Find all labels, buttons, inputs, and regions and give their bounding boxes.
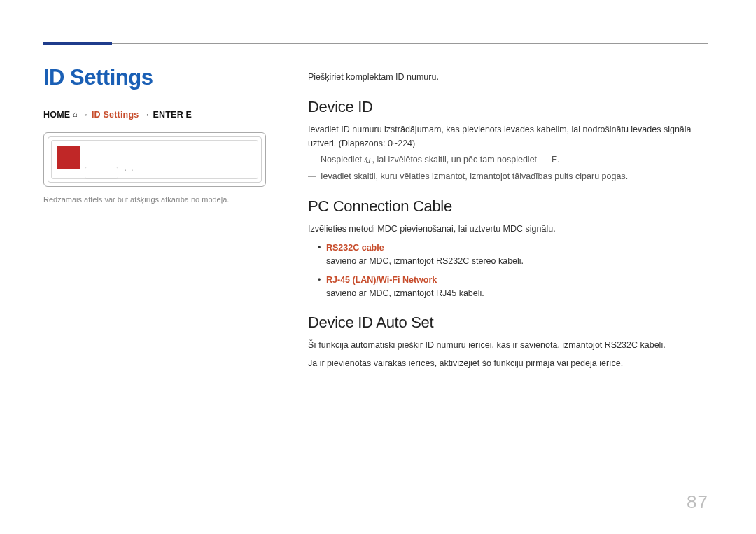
breadcrumb: HOME ⌂ → ID Settings → ENTER E [43, 110, 267, 120]
intro-text: Piešķiriet komplektam ID numuru. [308, 71, 708, 84]
option-rj45-desc: savieno ar MDC, izmantojot RJ45 kabeli. [326, 288, 484, 298]
image-caption: Redzamais attēls var būt atšķirīgs atkar… [43, 195, 267, 204]
screenshot-thumbnail: · · [43, 132, 266, 187]
device-id-body: Ievadiet ID numuru izstrādājumam, kas pi… [308, 123, 708, 150]
home-icon: ⌂ [73, 110, 78, 118]
auto-set-body-1: Šī funkcija automātiski piešķir ID numur… [308, 339, 708, 352]
breadcrumb-enter: ENTER E [153, 110, 192, 120]
list-item: RS232C cable savieno ar MDC, izmantojot … [308, 241, 708, 268]
cable-options-list: RS232C cable savieno ar MDC, izmantojot … [308, 241, 708, 300]
breadcrumb-current: ID Settings [92, 110, 139, 120]
option-rs232c-desc: savieno ar MDC, izmantojot RS232C stereo… [326, 256, 524, 266]
option-rj45: RJ-45 (LAN)/Wi-Fi Network [326, 275, 437, 285]
breadcrumb-arrow-2: → [141, 110, 150, 120]
breadcrumb-arrow-1: → [80, 110, 90, 120]
auto-set-body-2: Ja ir pievienotas vairākas ierīces, akti… [308, 357, 708, 370]
heading-pc-cable: PC Connection Cable [308, 197, 708, 216]
pc-cable-body: Izvēlieties metodi MDC pievienošanai, la… [308, 223, 708, 236]
heading-device-id: Device ID [308, 98, 708, 116]
header-rule [43, 43, 708, 44]
breadcrumb-home: HOME [43, 110, 70, 120]
list-item: RJ-45 (LAN)/Wi-Fi Network savieno ar MDC… [308, 274, 708, 300]
page-title: ID Settings [43, 65, 267, 90]
option-rs232c: RS232C cable [326, 243, 384, 253]
device-id-note-2: Ievadiet skaitli, kuru vēlaties izmantot… [308, 170, 708, 183]
device-id-note-1: Nospiediet u, lai izvēlētos skaitli, un … [308, 153, 708, 167]
page-number: 87 [687, 491, 708, 513]
heading-auto-set: Device ID Auto Set [308, 314, 708, 332]
